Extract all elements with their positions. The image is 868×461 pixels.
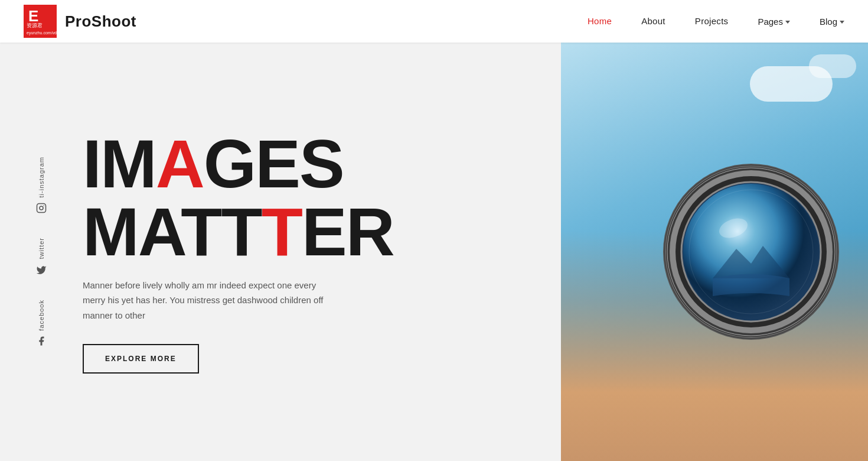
logo-url: eyunzhu.com/vdisk: [27, 31, 62, 35]
nav-item-home[interactable]: Home: [588, 16, 612, 27]
hero-description: Manner before lively wholly am mr indeed…: [83, 278, 331, 323]
lens-visual: [561, 43, 868, 461]
camera-lens-svg: [660, 160, 843, 343]
headline-ges: GES: [204, 130, 344, 198]
water-reflection: [713, 274, 789, 297]
nav-link-home[interactable]: Home: [588, 16, 612, 26]
social-instagram[interactable]: ti-instagram: [12, 157, 71, 214]
hero-headline: IMAGES MATTTER: [83, 130, 394, 266]
nav-item-about[interactable]: About: [641, 16, 665, 27]
nav-item-projects[interactable]: Projects: [695, 16, 729, 27]
headline-t-red: T: [262, 198, 302, 266]
brand-name: ProShoot: [65, 12, 136, 31]
hero-content: IMAGES MATTTER Manner before lively whol…: [83, 130, 394, 374]
headline-matt: MATT: [83, 198, 262, 266]
explore-more-button[interactable]: EXPLORE MORE: [83, 344, 199, 374]
svg-point-1: [40, 206, 43, 210]
logo-icon: E 资源君 eyunzhu.com/vdisk: [24, 5, 57, 38]
nav-item-blog[interactable]: Blog: [820, 17, 844, 27]
chevron-down-icon: [785, 21, 790, 24]
social-twitter[interactable]: twitter: [12, 238, 71, 275]
nav-dropdown-pages[interactable]: Pages: [758, 17, 790, 27]
social-facebook[interactable]: facebook: [12, 300, 71, 348]
logo-link[interactable]: E 资源君 eyunzhu.com/vdisk ProShoot: [24, 5, 136, 38]
cloud-2: [809, 54, 856, 78]
instagram-label: ti-instagram: [38, 157, 45, 197]
headline-er: ER: [302, 198, 394, 266]
facebook-label: facebook: [38, 300, 45, 331]
twitter-label: twitter: [38, 238, 45, 259]
headline-a-red: A: [156, 130, 204, 198]
nav-link-pages-label: Pages: [758, 17, 783, 27]
nav-item-pages[interactable]: Pages: [758, 17, 790, 27]
hero-image: [561, 43, 868, 461]
nav-link-about[interactable]: About: [641, 16, 665, 26]
twitter-icon: [35, 264, 47, 276]
hero-section: ti-instagram twitter facebook: [0, 43, 868, 461]
nav-link-blog-label: Blog: [820, 17, 837, 27]
logo-chinese: 资源君: [27, 22, 43, 30]
svg-rect-0: [37, 204, 46, 213]
headline-im: IM: [83, 130, 156, 198]
headline-line-1: IMAGES: [83, 130, 394, 198]
svg-point-2: [43, 205, 44, 206]
facebook-icon: [35, 335, 47, 347]
nav-link-projects[interactable]: Projects: [695, 16, 729, 26]
social-sidebar: ti-instagram twitter facebook: [0, 43, 71, 461]
navbar: E 资源君 eyunzhu.com/vdisk ProShoot Home Ab…: [0, 0, 868, 43]
nav-dropdown-blog[interactable]: Blog: [820, 17, 844, 27]
headline-line-2: MATTTER: [83, 198, 394, 266]
nav-links: Home About Projects Pages Blog: [588, 16, 844, 27]
instagram-icon: [35, 202, 47, 214]
svg-point-7: [683, 184, 819, 320]
chevron-down-icon-blog: [840, 21, 844, 24]
